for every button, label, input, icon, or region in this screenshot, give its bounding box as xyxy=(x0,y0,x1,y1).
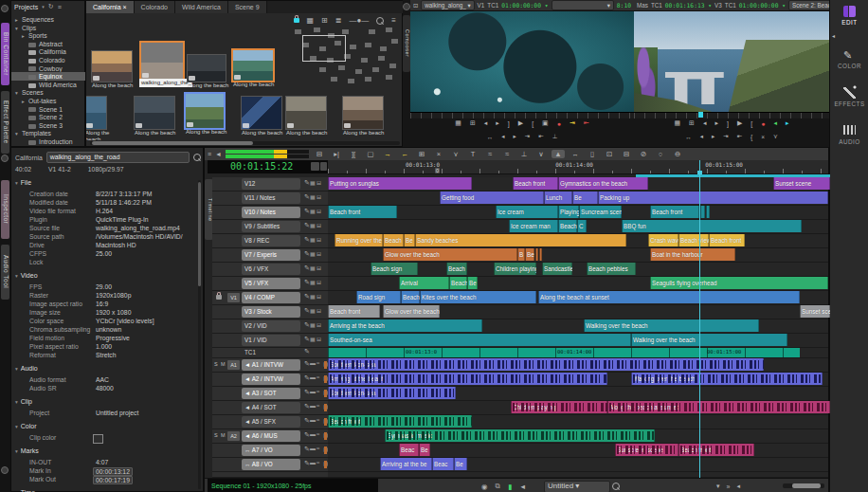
source-timecode[interactable]: 01:00:00:00 ▾ xyxy=(501,2,548,9)
mute-button[interactable]: M xyxy=(221,432,226,438)
mute-button[interactable]: M xyxy=(221,361,226,367)
smart-tool-icon[interactable]: ▲ xyxy=(552,150,565,158)
track-pen-icon[interactable]: ✎ xyxy=(304,293,310,301)
trim-a-icon[interactable]: ≈ xyxy=(483,150,497,158)
timeline-clip[interactable]: Southend-on-sea xyxy=(328,358,764,371)
timeline-clip[interactable]: Gymnastics on the beach xyxy=(558,177,648,190)
bin-tab-colorado[interactable]: Colorado xyxy=(135,1,175,13)
track-pen-icon[interactable]: ✎ xyxy=(304,336,310,343)
timeline-clip[interactable]: Arrival xyxy=(399,277,449,289)
track-pen-icon[interactable]: ✎ xyxy=(304,417,310,425)
timeline-clip[interactable]: Sunset scene xyxy=(773,177,830,190)
track-pen-icon[interactable]: ✎ xyxy=(304,193,310,201)
bin-clip-thumbnail[interactable]: walking_along_the_road xyxy=(139,41,185,81)
back-icon[interactable]: ◂ xyxy=(736,483,740,490)
bin-map-viewport[interactable] xyxy=(302,35,346,62)
track-monitor-icon[interactable]: ▦ xyxy=(310,193,316,200)
track-name-button[interactable]: ◄ A2 / INTVW xyxy=(242,374,300,385)
bin-h-scrollbar[interactable] xyxy=(90,141,400,145)
solo-button[interactable]: S xyxy=(214,361,218,367)
rail-tab-audio-tool[interactable]: Audio Tool xyxy=(1,245,9,300)
monitor-icon[interactable]: ⧉ xyxy=(496,482,500,491)
track-pen-icon[interactable]: ✎ xyxy=(304,222,310,229)
timeline-clip[interactable]: Southed-on-sea xyxy=(328,334,631,346)
timeline-clip[interactable]: Beach front xyxy=(328,206,397,218)
timeline-playhead[interactable] xyxy=(699,160,700,478)
timeline-clip[interactable]: Beach view xyxy=(678,234,709,246)
fast-fwd-icon[interactable]: » xyxy=(727,483,731,490)
timeline-clip[interactable]: Sunscreen scene xyxy=(615,444,678,456)
timeline-speaker-icon[interactable]: ◄ xyxy=(215,151,222,157)
source-extra-dropdown[interactable]: ▾ xyxy=(552,0,614,10)
text-tool-icon[interactable]: T xyxy=(466,150,479,158)
track-monitor-icon[interactable]: ⊟ xyxy=(316,222,321,228)
track-name-button[interactable]: V11 / Notes xyxy=(242,192,300,204)
rec-step-back-icon[interactable]: ◂ xyxy=(703,119,707,127)
track-monitor-icon[interactable]: ⊟ xyxy=(316,321,321,328)
bin-clip-thumbnail[interactable]: Along the beach xyxy=(134,96,175,130)
timeline-clip[interactable]: Beac xyxy=(399,444,419,456)
track-name-button[interactable]: V1 / VID xyxy=(242,335,300,346)
inspector-scrollbar[interactable] xyxy=(198,180,201,489)
overwrite-icon[interactable]: ← xyxy=(398,150,411,158)
timeline-clip[interactable]: Crash wave xyxy=(648,234,678,246)
play-icon[interactable]: ▶ xyxy=(518,119,523,127)
track-monitor-icon[interactable]: ▬ xyxy=(310,446,316,451)
track-name-button[interactable]: ◄ A4 / SOT xyxy=(242,402,300,413)
bin-tab-scene-9[interactable]: Scene 9 xyxy=(228,1,267,13)
track-monitor-icon[interactable]: ⊟ xyxy=(316,279,321,285)
inspector-section-audio[interactable]: ▾Audio xyxy=(15,365,38,372)
timeline-clip[interactable]: Seagulls flying overhead xyxy=(650,277,828,289)
timeline-clip[interactable]: Beach front xyxy=(328,305,380,318)
timeline-clip[interactable]: Be xyxy=(467,277,478,289)
wand-icon[interactable] xyxy=(843,87,856,99)
patch-button-a1[interactable]: A1 xyxy=(227,360,240,370)
track-name-button[interactable]: V6 / VFX xyxy=(242,264,300,275)
project-menu-icon[interactable]: ≡ xyxy=(58,4,62,10)
timeline-clip[interactable]: Playing xyxy=(558,206,579,218)
bin-clip-thumbnail[interactable]: Along the beach xyxy=(86,96,107,130)
track-pen-icon[interactable]: ✎ xyxy=(304,208,310,215)
source-quad-icon[interactable]: ⊞ xyxy=(470,119,476,127)
track-pen-icon[interactable]: ✎ xyxy=(304,460,310,467)
tc-button-1[interactable] xyxy=(311,162,319,171)
inspector-section-color[interactable]: ▾Color xyxy=(15,423,37,429)
track-pen-icon[interactable]: ✎ xyxy=(304,374,310,382)
track-monitor-icon[interactable]: ⊟ xyxy=(316,307,321,314)
rec-grid-icon[interactable]: ▦ xyxy=(674,119,680,127)
timeline-clip[interactable]: Along the beach at sunset xyxy=(538,291,800,303)
track-monitor-icon[interactable]: ▦ xyxy=(310,250,316,257)
timeline-clip[interactable]: Beach xyxy=(446,263,467,275)
track-name-button[interactable]: ↔ A8 / VO xyxy=(242,459,300,470)
tc-button-2[interactable] xyxy=(320,162,327,171)
track-name-button[interactable]: ◄ A3 / SOT xyxy=(242,388,300,399)
splice-icon[interactable]: → xyxy=(381,150,394,158)
timeline-clip[interactable]: Glow over the beach xyxy=(383,248,517,261)
track-name-button[interactable]: ◄ A6 / MUS xyxy=(242,430,300,442)
timeline-clip[interactable]: Be xyxy=(419,444,430,456)
track-name-button[interactable]: V12 xyxy=(242,178,300,190)
mark-in-icon[interactable]: [ xyxy=(532,120,533,127)
splice-in-icon[interactable]: ⇥ xyxy=(570,119,575,127)
timeline-clip[interactable] xyxy=(539,248,542,261)
timeline-clip[interactable]: Walking over the beach xyxy=(584,319,759,332)
audio-bars-icon[interactable] xyxy=(843,125,856,135)
track-monitor-icon[interactable]: ▦ xyxy=(310,264,316,271)
mute-icon[interactable]: ◄ xyxy=(519,483,526,491)
track-monitor-icon[interactable]: ≈ xyxy=(316,374,319,380)
rec-hook-icon[interactable]: ⋎ xyxy=(773,133,778,140)
timeline-clip[interactable]: Beach front xyxy=(513,177,558,190)
track-monitor-icon[interactable]: ▦ xyxy=(310,179,316,186)
track-pen-icon[interactable]: ✎ xyxy=(304,321,310,329)
overwrite-icon[interactable]: ⇤ xyxy=(584,119,589,127)
track-pen-icon[interactable]: ✎ xyxy=(304,446,310,453)
track-pen-icon[interactable]: ✎ xyxy=(304,403,310,410)
sidebar-item-color[interactable]: COLOR xyxy=(830,63,868,69)
track-pen-icon[interactable]: ✎ xyxy=(304,179,310,187)
timeline-clip[interactable]: Ice cream xyxy=(496,206,558,218)
shuttle-icon[interactable]: ↔ xyxy=(487,134,494,140)
source-duration[interactable]: 8:10 xyxy=(617,2,631,9)
timeline-clip[interactable]: Ice cream man xyxy=(509,220,558,232)
rec-lift-icon[interactable]: { xyxy=(750,134,752,140)
timeline-clip[interactable]: Arriving at the beach xyxy=(328,319,482,332)
